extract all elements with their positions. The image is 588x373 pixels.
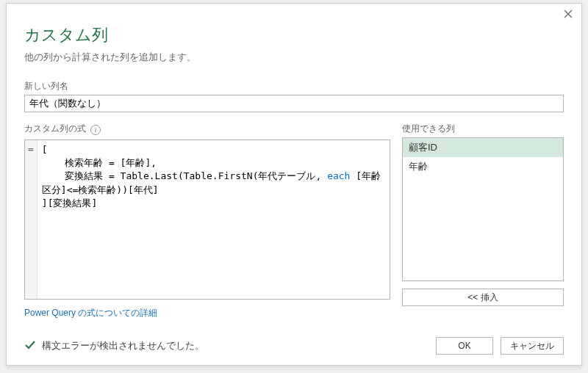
- available-list[interactable]: 顧客ID 年齢: [402, 137, 564, 281]
- pq-docs-link[interactable]: Power Query の式についての詳細: [24, 308, 157, 318]
- formula-label-row: カスタム列の式 i: [24, 123, 390, 137]
- columns-area: カスタム列の式 i = [ 検索年齢 = [年齢], 変換結果 = Table.…: [24, 123, 564, 319]
- custom-column-dialog: カスタム列 他の列から計算された列を追加します。 新しい列名 カスタム列の式 i…: [6, 3, 582, 366]
- dialog-content: カスタム列 他の列から計算された列を追加します。 新しい列名 カスタム列の式 i…: [7, 21, 581, 365]
- new-column-label: 新しい列名: [24, 80, 564, 93]
- formula-input-wrap: = [ 検索年齢 = [年齢], 変換結果 = Table.Last(Table…: [24, 140, 390, 300]
- formula-label: カスタム列の式: [24, 123, 86, 135]
- formula-prefix: =: [25, 140, 37, 299]
- link-row: Power Query の式についての詳細: [24, 307, 390, 319]
- available-column: 使用できる列 顧客ID 年齢 << 挿入: [402, 123, 564, 319]
- ok-button[interactable]: OK: [436, 337, 493, 355]
- dialog-title: カスタム列: [24, 24, 564, 46]
- available-label: 使用できる列: [402, 123, 564, 135]
- status-row: 構文エラーが検出されませんでした。: [24, 339, 204, 353]
- info-icon[interactable]: i: [90, 125, 101, 135]
- titlebar: [7, 4, 581, 21]
- status-text: 構文エラーが検出されませんでした。: [42, 339, 204, 352]
- insert-button[interactable]: << 挿入: [402, 289, 564, 306]
- available-item[interactable]: 顧客ID: [403, 138, 563, 157]
- button-row: OK キャンセル: [436, 337, 564, 355]
- footer: 構文エラーが検出されませんでした。 OK キャンセル: [24, 337, 564, 355]
- dialog-subtitle: 他の列から計算された列を追加します。: [24, 51, 564, 64]
- available-item[interactable]: 年齢: [403, 157, 563, 176]
- close-icon[interactable]: [559, 7, 577, 21]
- new-column-input[interactable]: [24, 95, 564, 112]
- formula-column: カスタム列の式 i = [ 検索年齢 = [年齢], 変換結果 = Table.…: [24, 123, 390, 319]
- formula-input[interactable]: [ 検索年齢 = [年齢], 変換結果 = Table.Last(Table.F…: [37, 140, 390, 299]
- cancel-button[interactable]: キャンセル: [501, 337, 564, 355]
- check-icon: [24, 339, 36, 353]
